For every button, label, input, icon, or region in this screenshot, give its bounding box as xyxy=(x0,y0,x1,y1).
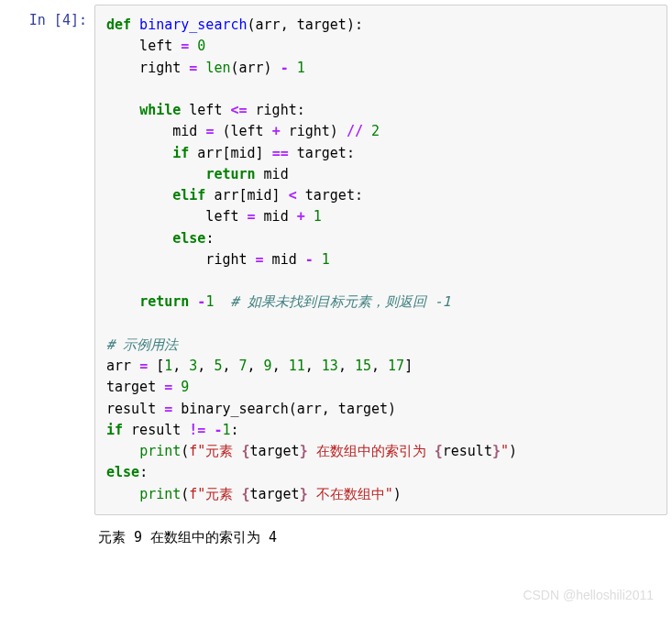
output-cell: 元素 9 在数组中的索引为 4 xyxy=(0,520,672,548)
input-cell: In [4]: def binary_search(arr, target): … xyxy=(0,0,672,520)
input-prompt: In [4]: xyxy=(0,5,94,515)
output-text: 元素 9 在数组中的索引为 4 xyxy=(87,527,672,548)
code-input-area[interactable]: def binary_search(arr, target): left = 0… xyxy=(94,5,667,515)
code-block[interactable]: def binary_search(arr, target): left = 0… xyxy=(106,15,655,505)
watermark: CSDN @helloshili2011 xyxy=(523,588,654,602)
